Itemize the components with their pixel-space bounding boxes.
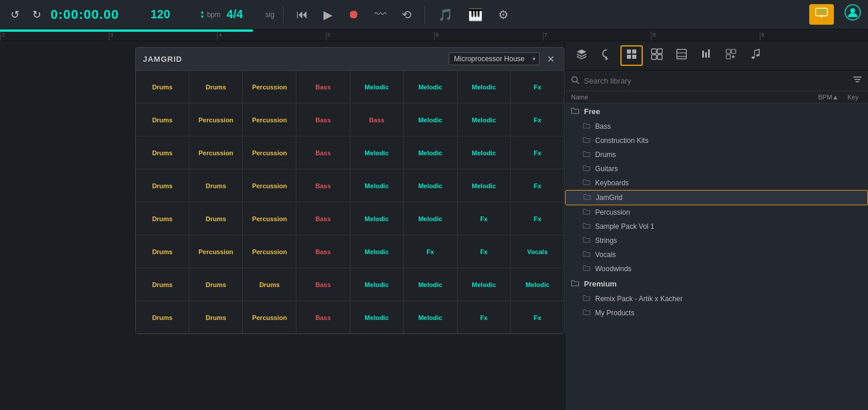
jamgrid-body[interactable]: DrumsDrumsPercussionBassMelodicMelodicMe… — [136, 71, 564, 334]
grid-cell-percussion[interactable]: Percussion — [189, 235, 243, 268]
grid-cell-melodic[interactable]: Melodic — [458, 136, 511, 169]
grid-cell-melodic[interactable]: Melodic — [404, 169, 458, 202]
grid-cell-drums[interactable]: Drums — [136, 169, 189, 202]
skip-back-button[interactable]: ⏮ — [292, 5, 313, 24]
bpm-down-arrow[interactable]: ▼ — [200, 15, 205, 19]
grid-cell-bass[interactable]: Bass — [296, 136, 350, 169]
grid-cell-melodic[interactable]: Melodic — [350, 71, 404, 103]
grid-cell-bass[interactable]: Bass — [296, 169, 350, 202]
grid-cell-melodic[interactable]: Melodic — [404, 104, 458, 136]
grid-cell-fx[interactable]: Fx — [458, 202, 511, 235]
grid-cell-melodic[interactable]: Melodic — [350, 268, 404, 301]
grid-cell-drums[interactable]: Drums — [243, 268, 296, 301]
learn-icon-button[interactable] — [571, 46, 592, 65]
lib-item-my-products[interactable]: My Products — [565, 306, 868, 320]
grid-cell-melodic[interactable]: Melodic — [458, 169, 511, 202]
grid-cell-percussion[interactable]: Percussion — [189, 104, 243, 136]
grid-cell-drums[interactable]: Drums — [189, 202, 243, 235]
grid-cell-melodic[interactable]: Melodic — [350, 169, 404, 202]
grid-cell-drums[interactable]: Drums — [189, 169, 243, 202]
grid-cell-melodic[interactable]: Melodic — [350, 235, 404, 268]
plus-grid-icon-button[interactable] — [720, 46, 742, 65]
grid-cell-percussion[interactable]: Percussion — [243, 301, 296, 334]
grid-cell-drums[interactable]: Drums — [136, 136, 189, 169]
play-button[interactable]: ▶ — [319, 5, 337, 24]
grid-cell-drums[interactable]: Drums — [136, 104, 189, 136]
grid-cell-bass[interactable]: Bass — [296, 71, 350, 103]
hook-icon-button[interactable] — [596, 46, 617, 65]
monitor-button[interactable] — [809, 4, 834, 25]
automation-button[interactable]: 〰 — [370, 5, 391, 24]
loop-button[interactable]: ⟲ — [397, 5, 416, 24]
grid-cell-fx[interactable]: Fx — [458, 235, 511, 268]
lib-item-construction-kits[interactable]: Construction Kits — [565, 134, 868, 148]
grid-cell-bass[interactable]: Bass — [296, 301, 350, 334]
profile-button[interactable] — [844, 4, 861, 25]
filter-button[interactable] — [853, 75, 862, 86]
grid-cell-melodic[interactable]: Melodic — [404, 268, 458, 301]
lib-item-guitars[interactable]: Guitars — [565, 162, 868, 176]
grid-cell-bass[interactable]: Bass — [296, 202, 350, 235]
grid-cell-melodic[interactable]: Melodic — [350, 202, 404, 235]
grid-cell-fx[interactable]: Fx — [458, 301, 511, 334]
note-icon-button[interactable] — [745, 46, 766, 65]
grid-cell-bass[interactable]: Bass — [350, 104, 404, 136]
grid-cell-melodic[interactable]: Melodic — [350, 301, 404, 334]
lib-item-drums[interactable]: Drums — [565, 148, 868, 162]
grid-cell-melodic[interactable]: Melodic — [404, 136, 458, 169]
undo-button[interactable]: ↺ — [7, 6, 23, 24]
search-input[interactable] — [584, 76, 848, 85]
grid-cell-melodic[interactable]: Melodic — [458, 268, 511, 301]
grid-cell-fx[interactable]: Fx — [511, 169, 564, 202]
bars-icon-button[interactable] — [696, 46, 717, 65]
grid-cell-drums[interactable]: Drums — [136, 71, 189, 103]
dock-icon-button[interactable] — [671, 46, 692, 65]
grid-cell-percussion[interactable]: Percussion — [243, 104, 296, 136]
grid-cell-fx[interactable]: Fx — [511, 301, 564, 334]
grid-cell-drums[interactable]: Drums — [189, 301, 243, 334]
lib-item-bass[interactable]: Bass — [565, 119, 868, 134]
bpm-stepper[interactable]: ▲ ▼ — [200, 10, 205, 19]
grid-cell-fx[interactable]: Fx — [511, 136, 564, 169]
grid-cell-melodic[interactable]: Melodic — [404, 71, 458, 103]
redo-button[interactable]: ↻ — [29, 6, 45, 24]
record-button[interactable]: ⏺ — [343, 5, 364, 24]
preset-selector[interactable]: Microprocessor House Deep House Techno A… — [449, 52, 540, 65]
grid-cell-drums[interactable]: Drums — [189, 71, 243, 103]
grid-cell-percussion[interactable]: Percussion — [243, 169, 296, 202]
transform-icon-button[interactable] — [646, 46, 667, 65]
grid-cell-drums[interactable]: Drums — [189, 268, 243, 301]
grid-cell-fx[interactable]: Fx — [511, 202, 564, 235]
grid-cell-percussion[interactable]: Percussion — [243, 235, 296, 268]
lib-item-woodwinds[interactable]: Woodwinds — [565, 262, 868, 276]
grid-cell-melodic[interactable]: Melodic — [350, 136, 404, 169]
grid-cell-melodic[interactable]: Melodic — [404, 301, 458, 334]
grid-cell-drums[interactable]: Drums — [136, 235, 189, 268]
grid-cell-percussion[interactable]: Percussion — [243, 136, 296, 169]
grid-cell-bass[interactable]: Bass — [296, 104, 350, 136]
jamgrid-icon-button[interactable] — [620, 45, 643, 66]
grid-cell-drums[interactable]: Drums — [136, 268, 189, 301]
grid-cell-bass[interactable]: Bass — [296, 268, 350, 301]
lib-item-vocals[interactable]: Vocals — [565, 248, 868, 262]
grid-cell-percussion[interactable]: Percussion — [189, 136, 243, 169]
midi-button[interactable]: 🎹 — [463, 5, 488, 24]
grid-cell-fx[interactable]: Fx — [511, 104, 564, 136]
grid-cell-drums[interactable]: Drums — [136, 301, 189, 334]
grid-cell-melodic[interactable]: Melodic — [404, 202, 458, 235]
lib-item-sample-pack-vol-1[interactable]: Sample Pack Vol 1 — [565, 219, 868, 234]
record-mode-button[interactable]: 🎵 — [433, 5, 458, 24]
lib-item-percussion[interactable]: Percussion — [565, 205, 868, 219]
grid-cell-percussion[interactable]: Percussion — [243, 71, 296, 103]
lib-item-keyboards[interactable]: Keyboards — [565, 176, 868, 190]
grid-cell-melodic[interactable]: Melodic — [458, 71, 511, 103]
grid-cell-bass[interactable]: Bass — [296, 235, 350, 268]
settings-button[interactable]: ⚙ — [493, 5, 513, 24]
jamgrid-close-button[interactable]: ✕ — [545, 54, 557, 65]
grid-cell-percussion[interactable]: Percussion — [243, 202, 296, 235]
grid-cell-drums[interactable]: Drums — [136, 202, 189, 235]
lib-item-jamgrid[interactable]: JamGrid — [565, 190, 868, 205]
lib-section-premium[interactable]: Premium — [565, 276, 868, 292]
grid-cell-fx[interactable]: Fx — [404, 235, 458, 268]
lib-item-remix-pack---artik-x-kacher[interactable]: Remix Pack - Artik x Kacher — [565, 292, 868, 306]
